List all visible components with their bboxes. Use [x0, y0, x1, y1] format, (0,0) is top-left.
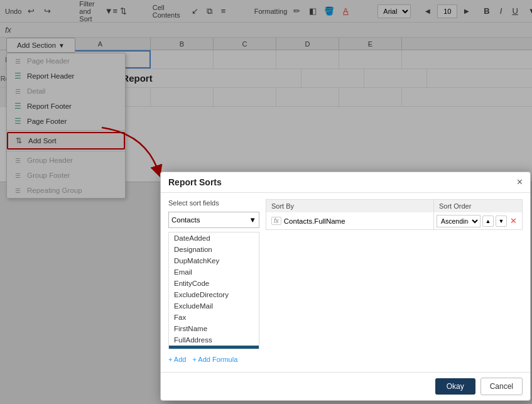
cancel-button[interactable]: Cancel: [480, 378, 523, 395]
add-formula-button[interactable]: + Add Formula: [192, 356, 237, 363]
sort-delete-btn[interactable]: ✕: [509, 216, 518, 226]
sort-by-header: Sort By: [266, 200, 434, 212]
field-item-designation[interactable]: Designation: [169, 244, 259, 255]
sort-table-header: Sort By Sort Order: [266, 199, 523, 212]
field-item-dateadded[interactable]: DateAdded: [169, 232, 259, 244]
field-list[interactable]: DateAdded Designation DupMatchKey Email …: [168, 232, 259, 349]
dialog-close-button[interactable]: ×: [517, 177, 523, 187]
field-item-email[interactable]: Email: [169, 266, 259, 278]
dialog-right-panel: Sort By Sort Order fx Contacts.FullName …: [266, 199, 523, 366]
dialog-header: Report Sorts ×: [161, 172, 530, 193]
report-sorts-dialog: Report Sorts × Select sort fields Contac…: [160, 172, 531, 401]
field-item-fax[interactable]: Fax: [169, 312, 259, 323]
dialog-body: Select sort fields Contacts ▼ DateAdded …: [161, 193, 530, 372]
add-button[interactable]: + Add: [168, 356, 186, 363]
select-sort-label: Select sort fields: [168, 199, 259, 207]
contacts-dropdown-arrow: ▼: [249, 216, 256, 224]
field-item-fullname[interactable]: FullName →: [169, 346, 259, 349]
sort-order-select[interactable]: Ascending Descending: [437, 215, 480, 227]
sort-down-btn[interactable]: ▼: [496, 216, 507, 227]
field-item-excludedirectory[interactable]: ExcludeDirectory: [169, 289, 259, 300]
add-buttons-row: + Add + Add Formula: [168, 353, 259, 366]
field-item-entitycode[interactable]: EntityCode: [169, 278, 259, 289]
sort-up-btn[interactable]: ▲: [482, 216, 494, 227]
sort-row-by-1: fx Contacts.FullName: [266, 212, 434, 229]
field-item-dupmatchkey[interactable]: DupMatchKey: [169, 255, 259, 266]
dialog-footer: Okay Cancel: [161, 372, 530, 400]
contacts-dropdown-value: Contacts: [171, 216, 200, 224]
sort-row-1: fx Contacts.FullName Ascending Descendin…: [266, 212, 523, 230]
sort-row-order-1: Ascending Descending ▲ ▼ ✕: [434, 212, 522, 229]
fx-badge: fx: [271, 217, 281, 225]
field-item-excludemail[interactable]: ExcludeMail: [169, 300, 259, 312]
field-item-firstname[interactable]: FirstName: [169, 323, 259, 334]
sort-by-value: Contacts.FullName: [284, 217, 345, 225]
sort-order-header: Sort Order: [434, 200, 522, 212]
field-add-arrow[interactable]: →: [241, 347, 254, 349]
okay-button[interactable]: Okay: [435, 378, 475, 395]
field-item-fulladdress[interactable]: FullAddress: [169, 334, 259, 346]
dialog-title: Report Sorts: [168, 177, 222, 187]
dialog-left-panel: Select sort fields Contacts ▼ DateAdded …: [168, 199, 259, 366]
contacts-dropdown[interactable]: Contacts ▼: [168, 212, 259, 228]
